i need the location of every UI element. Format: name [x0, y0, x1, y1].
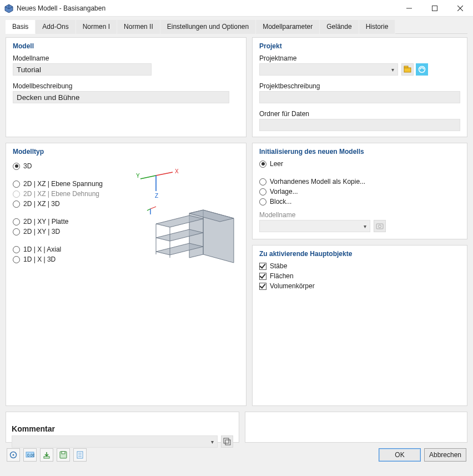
panel-empty-right [245, 412, 467, 443]
panel-kommentar: Kommentar ▾ [6, 412, 239, 443]
help-wrench-icon [9, 451, 17, 459]
radio-2dxy-3d[interactable]: 2D | XY | 3D [13, 228, 124, 236]
window-title: Neues Modell - Basisangaben [17, 4, 105, 12]
check-volumen[interactable]: Volumenkörper [259, 282, 460, 290]
project-manager-icon [404, 66, 411, 73]
svg-rect-28 [376, 224, 383, 229]
svg-line-23 [147, 209, 150, 211]
radio-1dx-3d-label: 1D | X | 3D [23, 255, 56, 263]
check-flaechen[interactable]: Flächen [259, 272, 460, 280]
app-cube-icon [4, 4, 13, 13]
svg-point-29 [379, 225, 381, 228]
tab-modellparameter[interactable]: Modellparameter [256, 20, 320, 34]
tab-addons[interactable]: Add-Ons [36, 20, 76, 34]
tab-einstellungen[interactable]: Einstellungen und Optionen [160, 20, 256, 34]
title-bar: Neues Modell - Basisangaben [0, 0, 473, 17]
modell-name-label: Modellname [13, 54, 239, 62]
radio-dot-icon [13, 218, 20, 226]
radio-2dxz-dehnung-label: 2D | XZ | Ebene Dehnung [23, 190, 99, 198]
radio-1dx-3d[interactable]: 1D | X | 3D [13, 255, 124, 263]
checkbox-icon [259, 273, 266, 280]
checkbox-icon [259, 263, 266, 270]
project-cloud-icon [418, 66, 426, 73]
footer-tool-import-button[interactable] [40, 448, 53, 462]
cancel-button[interactable]: Abbrechen [424, 448, 466, 462]
radio-init-vorlage[interactable]: Vorlage... [259, 188, 460, 196]
radio-dot-icon [13, 163, 20, 170]
panel-projekt: Projekt Projektname ▾ Projektbeschreibun… [252, 37, 467, 137]
ok-button[interactable]: OK [379, 448, 421, 462]
close-icon [457, 6, 463, 11]
panel-modelltyp-heading: Modelltyp [13, 148, 239, 156]
radio-dot-icon [13, 246, 20, 253]
projekt-desc-input[interactable] [259, 91, 460, 103]
radio-init-block[interactable]: Block... [259, 198, 460, 206]
radio-1dx-axial-label: 1D | X | Axial [23, 245, 61, 253]
check-staebe[interactable]: Stäbe [259, 262, 460, 270]
radio-init-leer-label: Leer [270, 160, 283, 168]
modell-name-input[interactable] [13, 63, 152, 76]
radio-init-kopie[interactable]: Vorhandenes Modell als Kopie... [259, 178, 460, 186]
chevron-down-icon: ▾ [207, 439, 217, 445]
panel-init-heading: Initialisierung des neuen Modells [259, 148, 460, 156]
radio-2dxz-3d[interactable]: 2D | XZ | 3D [13, 200, 124, 208]
footer-tool-report-button[interactable] [73, 448, 87, 462]
tab-normen2[interactable]: Normen II [117, 20, 160, 34]
radio-dot-icon [259, 178, 266, 186]
projekt-cloud-button[interactable] [416, 63, 428, 76]
projekt-manager-button[interactable] [401, 63, 414, 76]
check-flaechen-label: Flächen [270, 272, 294, 280]
save-template-icon [59, 451, 67, 459]
radio-dot-icon [13, 191, 20, 198]
panel-kommentar-heading: Kommentar [12, 424, 233, 433]
svg-text:0.00: 0.00 [27, 453, 34, 457]
radio-init-vorlage-label: Vorlage... [270, 188, 298, 196]
radio-1dx-axial[interactable]: 1D | X | Axial [13, 245, 124, 253]
svg-line-10 [140, 176, 156, 179]
panel-hauptobjekte-heading: Zu aktivierende Hauptobjekte [259, 250, 460, 258]
window-maximize-button[interactable] [422, 0, 447, 17]
panel-modell: Modell Modellname Modellbeschreibung [6, 37, 246, 137]
radio-init-kopie-label: Vorhandenes Modell als Kopie... [270, 178, 365, 186]
svg-line-22 [150, 207, 156, 209]
library-icon [223, 438, 231, 445]
radio-init-leer[interactable]: Leer [259, 160, 460, 168]
check-staebe-label: Stäbe [270, 262, 287, 270]
tab-normen1[interactable]: Normen I [76, 20, 117, 34]
tab-historie[interactable]: Historie [359, 20, 396, 34]
modell-desc-input[interactable] [13, 91, 229, 103]
svg-rect-38 [62, 452, 65, 454]
radio-2dxz-dehnung: 2D | XZ | Ebene Dehnung [13, 190, 124, 198]
window-close-button[interactable] [447, 0, 473, 17]
footer-tool-units-button[interactable]: 0.00 [23, 448, 37, 462]
projekt-name-dropdown[interactable]: ▾ [259, 63, 398, 76]
svg-text:Z: Z [155, 193, 158, 199]
kommentar-dropdown[interactable]: ▾ [12, 435, 218, 448]
footer-tool-help-button[interactable] [7, 448, 20, 462]
footer-tool-save-template-button[interactable] [57, 448, 70, 462]
tab-gelaende[interactable]: Gelände [320, 20, 359, 34]
modell-desc-label: Modellbeschreibung [13, 82, 239, 90]
radio-2dxy-platte-label: 2D | XY | Platte [23, 218, 68, 226]
modelltyp-3d-preview-icon: X Y Z [134, 166, 239, 277]
report-icon [76, 451, 84, 459]
chevron-down-icon: ▾ [360, 223, 370, 229]
init-modellname-dropdown: ▾ [259, 220, 370, 232]
kommentar-library-button[interactable] [221, 435, 233, 448]
radio-2dxz-3d-label: 2D | XZ | 3D [23, 200, 60, 208]
radio-dot-icon [259, 188, 266, 196]
projekt-folder-input[interactable] [259, 119, 460, 131]
panel-projekt-heading: Projekt [259, 42, 460, 50]
radio-2dxy-3d-label: 2D | XY | 3D [23, 228, 60, 236]
radio-dot-icon [13, 256, 20, 263]
radio-3d-label: 3D [23, 162, 32, 170]
radio-3d[interactable]: 3D [13, 162, 124, 170]
tab-basis[interactable]: Basis [6, 20, 36, 34]
radio-2dxz-spannung[interactable]: 2D | XZ | Ebene Spannung [13, 180, 124, 188]
window-minimize-button[interactable] [396, 0, 422, 17]
svg-rect-25 [404, 68, 411, 72]
radio-2dxy-platte[interactable]: 2D | XY | Platte [13, 218, 124, 226]
app-icon [4, 4, 13, 13]
radio-dot-icon [13, 201, 20, 208]
panel-hauptobjekte: Zu aktivierende Hauptobjekte Stäbe Fläch… [252, 245, 467, 406]
